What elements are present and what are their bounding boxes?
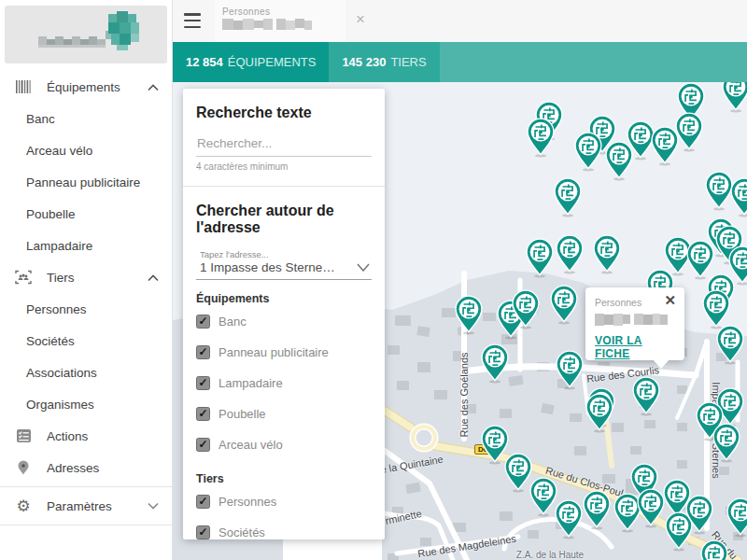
map-marker-pin[interactable]: [635, 487, 667, 528]
checkbox-checked[interactable]: [196, 525, 210, 539]
group-icon: [12, 270, 35, 285]
sidebar-item-parametres[interactable]: ⚙ Paramètres: [0, 490, 172, 522]
checkbox-checked[interactable]: [196, 345, 210, 359]
text-search-title: Recherche texte: [196, 105, 372, 121]
map-canvas[interactable]: Rue des GoélandsRue des CourlisImpasse d…: [173, 82, 747, 560]
tab-close-icon[interactable]: ×: [356, 11, 365, 27]
top-bar: Personnes ×: [173, 0, 747, 42]
barcode-icon: [12, 79, 35, 94]
sidebar-divider: [0, 486, 172, 487]
sidebar-nav: Équipements Banc Arceau vélo Panneau pub…: [0, 67, 172, 525]
map-marker-pin[interactable]: [711, 422, 742, 463]
sidebar-item-adresses[interactable]: Adresses: [0, 452, 172, 483]
map-marker-pin[interactable]: [554, 349, 585, 390]
sidebar-item-arceau-velo[interactable]: Arceau vélo: [0, 134, 172, 166]
map-marker-pin[interactable]: [673, 111, 705, 152]
checkbox-checked[interactable]: [196, 438, 210, 452]
map-marker-pin[interactable]: [720, 82, 747, 113]
open-record-tab[interactable]: Personnes: [215, 0, 345, 42]
tab-category-label: Personnes: [222, 7, 270, 17]
map-marker-pin[interactable]: [552, 176, 584, 217]
popup-view-record-link[interactable]: VOIR LA FICHE: [595, 334, 675, 360]
blurred-record-name: [222, 19, 312, 30]
sidebar-item-associations[interactable]: Associations: [0, 357, 172, 388]
map-marker-pin[interactable]: [698, 539, 730, 560]
map-pin-icon: [12, 460, 35, 476]
map-popup: ✕ Personnes VOIR LA FICHE: [585, 287, 684, 360]
chevron-up-icon: [148, 271, 159, 285]
map-marker-pin[interactable]: [728, 176, 747, 217]
sidebar-item-personnes[interactable]: Personnes: [0, 293, 172, 325]
sidebar-divider: [0, 525, 172, 525]
tab-equipements[interactable]: 12 854 ÉQUIPEMENTS: [173, 42, 329, 82]
main-area: Personnes × 12 854 ÉQUIPEMENTS 145 230 T…: [173, 0, 747, 560]
map-marker-pin[interactable]: [525, 117, 557, 158]
map-marker-pin[interactable]: [630, 375, 662, 416]
sidebar-item-tiers[interactable]: Tiers: [0, 261, 172, 293]
map-marker-pin[interactable]: [554, 233, 585, 274]
blurred-logo-image: [16, 10, 156, 59]
chevron-down-icon: [357, 259, 370, 275]
map-marker-pin[interactable]: [591, 233, 623, 274]
popup-close-icon[interactable]: ✕: [664, 292, 676, 309]
search-panel: Recherche texte 4 caractères minimum Che…: [183, 89, 385, 539]
checklist-icon: [12, 428, 35, 443]
checkbox-checked[interactable]: [196, 315, 210, 329]
sidebar-item-panneau-publicitaire[interactable]: Panneau publicitaire: [0, 166, 172, 198]
address-select-label: Tapez l'adresse...: [200, 249, 353, 259]
sidebar-item-label: Équipements: [47, 80, 120, 94]
map-marker-pin[interactable]: [584, 392, 615, 433]
sidebar-item-banc[interactable]: Banc: [0, 103, 172, 134]
gear-icon: ⚙: [12, 497, 35, 515]
checkbox-checked[interactable]: [196, 407, 210, 421]
app-window: Équipements Banc Arceau vélo Panneau pub…: [0, 0, 747, 560]
blurred-person-name: [595, 314, 668, 326]
filter-arceau-velo: Arceau vélo: [196, 429, 372, 460]
filter-panneau-publicitaire: Panneau publicitaire: [196, 337, 372, 368]
checkbox-checked[interactable]: [196, 376, 210, 390]
search-input[interactable]: [196, 133, 372, 157]
entity-tabs-bar: 12 854 ÉQUIPEMENTS 145 230 TIERS: [173, 42, 747, 82]
chevron-up-icon: [148, 80, 159, 94]
map-marker-pin[interactable]: [479, 343, 511, 384]
map-marker-pin[interactable]: [581, 489, 613, 530]
app-logo[interactable]: [5, 6, 167, 63]
map-marker-pin[interactable]: [510, 288, 542, 329]
map-marker-pin[interactable]: [572, 131, 604, 172]
filter-group-title-tiers: Tiers: [196, 472, 372, 485]
search-helper-text: 4 caractères minimum: [196, 161, 372, 172]
sidebar-item-actions[interactable]: Actions: [0, 420, 172, 452]
menu-icon[interactable]: [182, 12, 203, 29]
filter-poubelle: Poubelle: [196, 399, 372, 429]
address-select-value: 1 Impasse des Sterne…: [200, 260, 353, 274]
filter-lampadaire: Lampadaire: [196, 368, 372, 399]
chevron-down-icon: [148, 499, 159, 513]
sidebar: Équipements Banc Arceau vélo Panneau pub…: [0, 0, 173, 560]
map-marker-pin[interactable]: [548, 284, 580, 325]
panel-divider: [183, 186, 385, 187]
filter-group-title-equipements: Équipements: [196, 292, 372, 305]
checkbox-checked[interactable]: [196, 495, 210, 509]
map-marker-pin[interactable]: [524, 237, 556, 278]
map-marker-pin[interactable]: [453, 294, 485, 335]
popup-category: Personnes: [595, 297, 675, 308]
sidebar-item-lampadaire[interactable]: Lampadaire: [0, 230, 172, 261]
address-select[interactable]: Tapez l'adresse... 1 Impasse des Sterne…: [196, 247, 372, 280]
filter-societes: Sociétés: [196, 517, 372, 539]
filter-banc: Banc: [196, 306, 372, 337]
sidebar-item-poubelle[interactable]: Poubelle: [0, 198, 172, 230]
map-marker-pin[interactable]: [553, 498, 585, 539]
map-marker-pin[interactable]: [725, 497, 747, 538]
sidebar-item-equipements[interactable]: Équipements: [0, 71, 172, 103]
tab-tiers[interactable]: 145 230 TIERS: [329, 42, 439, 82]
address-search-title: Chercher autour de l'adresse: [196, 203, 372, 236]
filter-personnes: Personnes: [196, 486, 372, 517]
map-marker-pin[interactable]: [714, 324, 746, 365]
map-marker-pin[interactable]: [684, 494, 715, 535]
sidebar-item-societes[interactable]: Sociétés: [0, 325, 172, 357]
sidebar-item-organismes[interactable]: Organismes: [0, 388, 172, 420]
